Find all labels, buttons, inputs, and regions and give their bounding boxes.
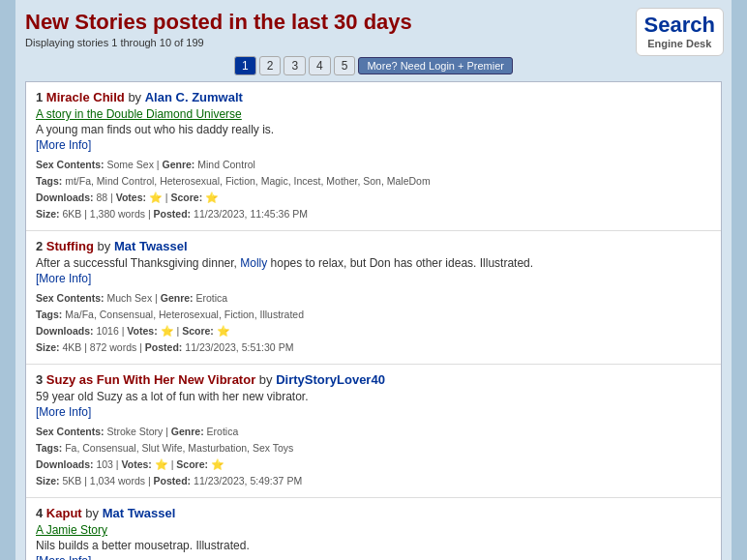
tags-line: Tags: Fa, Consensual, Slut Wife, Masturb…: [36, 442, 293, 454]
more-info-link[interactable]: [More Info]: [36, 554, 91, 560]
sex-contents-label: Sex Contents: Much Sex | Genre: Erotica: [36, 292, 227, 304]
page-1-button[interactable]: 1: [234, 56, 256, 75]
story-title-line: 2 Stuffing by Mat Twassel: [36, 239, 711, 253]
author-link[interactable]: Alan C. Zumwalt: [145, 90, 243, 104]
story-number: 2: [36, 239, 46, 253]
page-4-button[interactable]: 4: [309, 56, 331, 75]
stories-list: 1 Miracle Child by Alan C. Zumwalt A sto…: [25, 81, 722, 560]
story-description: A young man finds out who his daddy real…: [36, 123, 711, 136]
size-line: Size: 5KB | 1,034 words | Posted: 11/23/…: [36, 475, 302, 486]
by-label: by: [85, 506, 102, 520]
site-logo: Search Engine Desk: [636, 8, 724, 56]
more-button[interactable]: More? Need Login + Premier: [358, 57, 513, 74]
story-item: 4 Kaput by Mat Twassel A Jamie Story Nil…: [26, 498, 721, 560]
page-title: New Stories posted in the last 30 days: [25, 10, 722, 35]
story-title-link[interactable]: Suzy as Fun With Her New Vibrator: [46, 372, 255, 387]
page-5-button[interactable]: 5: [334, 56, 356, 75]
by-label: by: [128, 90, 144, 104]
tags-line: Tags: Ma/Fa, Consensual, Heterosexual, F…: [36, 309, 304, 320]
downloads-line: Downloads: 1016 | Votes: ⭐ | Score: ⭐: [36, 325, 230, 337]
more-info-link[interactable]: [More Info]: [36, 405, 91, 419]
story-title-link[interactable]: Kaput: [46, 506, 82, 520]
story-subtitle: A story in the Double Diamond Universe: [36, 107, 711, 121]
story-description: Nils builds a better mousetrap. Illustra…: [36, 539, 711, 552]
story-number: 1: [36, 90, 46, 104]
sex-contents-label: Sex Contents: Stroke Story | Genre: Erot…: [36, 426, 238, 437]
author-link[interactable]: DirtyStoryLover40: [276, 372, 385, 387]
story-number: 3: [36, 372, 46, 387]
logo-engine-desk: Engine Desk: [644, 38, 715, 50]
story-meta: Sex Contents: Stroke Story | Genre: Erot…: [36, 424, 711, 489]
displaying-text: Displaying stories 1 through 10 of 199: [25, 37, 722, 48]
story-title-line: 3 Suzy as Fun With Her New Vibrator by D…: [36, 372, 711, 387]
by-label: by: [259, 372, 276, 387]
story-description: After a successful Thanksgiving dinner, …: [36, 256, 711, 270]
downloads-line: Downloads: 103 | Votes: ⭐ | Score: ⭐: [36, 458, 224, 470]
story-meta: Sex Contents: Much Sex | Genre: Erotica …: [36, 290, 711, 356]
story-title-link[interactable]: Stuffing: [46, 239, 94, 253]
more-info-link[interactable]: [More Info]: [36, 138, 91, 152]
story-title-line: 4 Kaput by Mat Twassel: [36, 506, 711, 520]
story-meta: Sex Contents: Some Sex | Genre: Mind Con…: [36, 157, 711, 222]
page-3-button[interactable]: 3: [284, 56, 306, 75]
story-item: 2 Stuffing by Mat Twassel After a succes…: [26, 231, 721, 365]
by-label: by: [98, 239, 114, 253]
size-line: Size: 6KB | 1,380 words | Posted: 11/23/…: [36, 208, 308, 220]
size-line: Size: 4KB | 872 words | Posted: 11/23/20…: [36, 341, 293, 353]
downloads-line: Downloads: 88 | Votes: ⭐ | Score: ⭐: [36, 192, 219, 203]
pagination-bar: 1 2 3 4 5 More? Need Login + Premier: [25, 56, 722, 75]
tags-line: Tags: mt/Fa, Mind Control, Heterosexual,…: [36, 175, 431, 187]
story-item: 1 Miracle Child by Alan C. Zumwalt A sto…: [26, 82, 721, 231]
page-container: Search Engine Desk New Stories posted in…: [15, 0, 732, 560]
story-description: 59 year old Suzy as a lot of fun with he…: [36, 390, 711, 403]
author-link[interactable]: Mat Twassel: [114, 239, 188, 253]
logo-search: Search: [644, 13, 715, 37]
page-2-button[interactable]: 2: [259, 56, 282, 75]
story-number: 4: [36, 506, 46, 520]
more-info-link[interactable]: [More Info]: [36, 272, 91, 285]
story-title-line: 1 Miracle Child by Alan C. Zumwalt: [36, 90, 711, 104]
story-item: 3 Suzy as Fun With Her New Vibrator by D…: [26, 365, 721, 498]
story-title-link[interactable]: Miracle Child: [46, 90, 125, 104]
author-link[interactable]: Mat Twassel: [103, 506, 176, 520]
sex-contents-label: Sex Contents: Some Sex | Genre: Mind Con…: [36, 159, 255, 170]
story-subtitle: A Jamie Story: [36, 523, 711, 537]
